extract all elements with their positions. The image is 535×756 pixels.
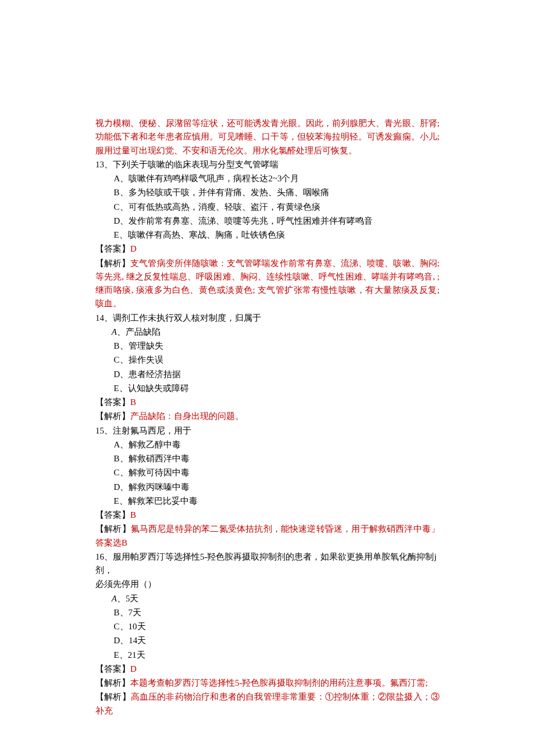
q13-answer: 【答案】D bbox=[95, 242, 440, 256]
q14-explanation: 【解析】产品缺陷：自身出现的问题。 bbox=[95, 410, 440, 423]
answer-value: B bbox=[130, 510, 136, 519]
explanation-label: 【解析】 bbox=[95, 524, 131, 533]
q14-options: AA、产品缺陷、产品缺陷 B、管理缺失 C、操作失误 D、患者经济拮据 E、认知… bbox=[95, 325, 440, 395]
q16-answer: 【答案】D bbox=[95, 662, 440, 676]
q16-option-e: E、21天 bbox=[95, 648, 440, 662]
q16-option-a: A、5天 bbox=[95, 592, 440, 605]
explanation-label: 【解析】 bbox=[95, 692, 131, 701]
q15-option-b: B、解救硝西泮中毒 bbox=[95, 452, 440, 465]
q16-options: A、5天 B、7天 C、10天 D、14天 E、21天 bbox=[95, 592, 440, 662]
answer-label: 【答案】 bbox=[95, 244, 130, 253]
answer-label: 【答案】 bbox=[95, 664, 130, 673]
q15-option-a: A、解救乙醇中毒 bbox=[95, 438, 440, 452]
explanation-text: 产品缺陷：自身出现的问题。 bbox=[130, 411, 244, 421]
explanation-label: 【解析】 bbox=[95, 678, 130, 687]
q16-stem-line1: 16、服用帕罗西汀等选择性5-羟色胺再摄取抑制剂的患者，如果欲更换用单胺氧化酶抑… bbox=[95, 550, 440, 578]
explanation-text: 氟马西尼是特异的苯二氮受体拮抗剂，能快速逆转昏迷，用于解救硝西泮中毒」答案选B bbox=[95, 524, 440, 547]
q15-option-e: E、解救苯巴比妥中毒 bbox=[95, 495, 440, 508]
q16-explanation-1: 【解析】本题考查帕罗西汀等选择性5-羟色胺再摄取抑制剂的用药注意事项。氟西汀需; bbox=[95, 676, 440, 690]
q13-option-b: B、多为轻咳或干咳，并伴有背痛、发热、头痛、咽喉痛 bbox=[95, 186, 440, 199]
explanation-text: 高血压的非药物治疗和患者的自我管理非常重要：①控制体重；②限盐摄入；③补充 bbox=[95, 692, 440, 715]
q13-options: A、咳嗽伴有鸡鸣样吸气吼声，病程长达2~3个月 B、多为轻咳或干咳，并伴有背痛、… bbox=[95, 172, 440, 242]
q14-option-b: B、管理缺失 bbox=[95, 339, 440, 353]
q14-stem: 14、调剂工作未执行双人核对制度，归属于 bbox=[95, 311, 440, 325]
q14-option-d: D、患者经济拮据 bbox=[95, 368, 440, 381]
q15-stem: 15、注射氟马西尼，用于 bbox=[95, 424, 440, 438]
q16-option-b: B、7天 bbox=[95, 606, 440, 619]
explanation-text: 本题考查帕罗西汀等选择性5-羟色胺再摄取抑制剂的用药注意事项。氟西汀需; bbox=[130, 678, 428, 687]
answer-label: 【答案】 bbox=[95, 397, 130, 407]
answer-value: B bbox=[130, 397, 136, 407]
explanation-label: 【解析】 bbox=[95, 259, 130, 268]
answer-value: D bbox=[130, 244, 137, 253]
q16-explanation-2: 【解析】高血压的非药物治疗和患者的自我管理非常重要：①控制体重；②限盐摄入；③补… bbox=[95, 690, 440, 718]
explanation-label: 【解析】 bbox=[95, 411, 130, 421]
q13-option-a: A、咳嗽伴有鸡鸣样吸气吼声，病程长达2~3个月 bbox=[95, 172, 440, 185]
q16-stem-line2: 必须先停用（） bbox=[95, 578, 440, 591]
q13-option-c: C、可有低热或高热，消瘦、轻咳、盗汗，有黄绿色痰 bbox=[95, 200, 440, 214]
q15-option-c: C、解救可待因中毒 bbox=[95, 466, 440, 479]
q13-option-d: D、发作前常有鼻塞、流涕、喷嚏等先兆，呼气性困难并伴有哮鸣音 bbox=[95, 214, 440, 228]
q15-option-d: D、解救丙咪嗪中毒 bbox=[95, 481, 440, 494]
q13-option-e: E、咳嗽伴有高热、寒战、胸痛，吐铁锈色痰 bbox=[95, 228, 440, 242]
q16-option-c: C、10天 bbox=[95, 620, 440, 633]
q15-explanation: 【解析】氟马西尼是特异的苯二氮受体拮抗剂，能快速逆转昏迷，用于解救硝西泮中毒」答… bbox=[95, 522, 440, 550]
q16-option-d: D、14天 bbox=[95, 634, 440, 647]
q14-option-e: E、认知缺失或障碍 bbox=[95, 382, 440, 395]
answer-label: 【答案】 bbox=[95, 510, 130, 519]
q15-answer: 【答案】B bbox=[95, 508, 440, 522]
q13-stem: 13、下列关于咳嗽的临床表现与分型支气管哮喘 bbox=[95, 158, 440, 171]
q14-option-a: AA、产品缺陷、产品缺陷 bbox=[95, 325, 440, 339]
intro-explanation: 视力模糊、便秘、尿潴留等症状，还可能诱发青光眼。因此，前列腺肥大、青光眼、肝肾;… bbox=[95, 117, 440, 157]
q13-explanation: 【解析】支气管病变所伴随咳嗽：支气管哮喘发作前常有鼻塞、流涕、喷嚏、咳嗽、胸闷;… bbox=[95, 257, 440, 311]
answer-value: D bbox=[130, 664, 137, 673]
q15-options: A、解救乙醇中毒 B、解救硝西泮中毒 C、解救可待因中毒 D、解救丙咪嗪中毒 E… bbox=[95, 438, 440, 508]
q14-option-c: C、操作失误 bbox=[95, 353, 440, 367]
q14-answer: 【答案】B bbox=[95, 396, 440, 409]
document-page: 视力模糊、便秘、尿潴留等症状，还可能诱发青光眼。因此，前列腺肥大、青光眼、肝肾;… bbox=[0, 0, 535, 756]
explanation-text: 支气管病变所伴随咳嗽：支气管哮喘发作前常有鼻塞、流涕、喷嚏、咳嗽、胸闷;等先兆,… bbox=[95, 259, 440, 309]
